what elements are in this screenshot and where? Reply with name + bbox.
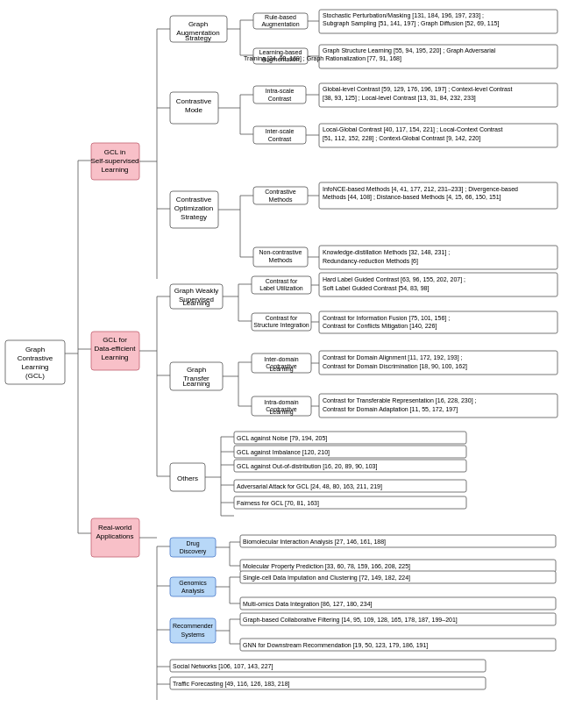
svg-text:Knowledge-distillation Methods: Knowledge-distillation Methods [32, 148,… — [323, 249, 450, 256]
svg-text:Contrast for Information Fusio: Contrast for Information Fusion [75, 101… — [323, 315, 450, 322]
svg-text:Stochastic Perturbation/Maskin: Stochastic Perturbation/Masking [131, 18… — [323, 12, 484, 19]
svg-text:Rule-based: Rule-based — [265, 14, 296, 20]
svg-text:Contrast for: Contrast for — [266, 315, 298, 321]
svg-text:Contrastive: Contrastive — [18, 354, 53, 362]
svg-text:Contrastive: Contrastive — [176, 97, 212, 105]
svg-text:Contrast for: Contrast for — [266, 278, 298, 284]
svg-text:GCL against Imbalance [120, 21: GCL against Imbalance [120, 210] — [237, 449, 330, 456]
svg-text:Learning: Learning — [101, 166, 128, 174]
svg-text:Molecular Property Prediction : Molecular Property Prediction [33, 60, 7… — [243, 563, 410, 570]
svg-text:Traffic Forecasting [49, 116, : Traffic Forecasting [49, 116, 126, 183, … — [173, 681, 290, 688]
svg-text:Subgraph Sampling [51, 141, 19: Subgraph Sampling [51, 141, 197] ; Graph… — [323, 20, 500, 27]
svg-text:Learning: Learning — [182, 299, 209, 307]
svg-text:Hard Label Guided Contrast [63: Hard Label Guided Contrast [63, 96, 155,… — [323, 276, 465, 283]
svg-text:Systems: Systems — [181, 632, 205, 639]
diagram-container: text { font-family: Arial, sans-serif; }… — [0, 0, 561, 728]
svg-text:Methods: Methods — [269, 257, 293, 263]
svg-text:Contrast: Contrast — [268, 96, 292, 102]
svg-text:Augmentation: Augmentation — [261, 21, 299, 28]
svg-text:Contrastive: Contrastive — [176, 196, 212, 203]
svg-text:Drug: Drug — [186, 540, 199, 547]
svg-text:Local-Global Contrast [40, 117: Local-Global Contrast [40, 117, 154, 221… — [323, 126, 503, 133]
svg-text:Methods: Methods — [269, 196, 293, 203]
svg-text:Graph: Graph — [187, 366, 206, 374]
svg-text:(GCL): (GCL) — [25, 372, 45, 380]
svg-text:Real-world: Real-world — [98, 524, 131, 532]
svg-text:InfoNCE-based Methods [4, 41, : InfoNCE-based Methods [4, 41, 177, 212, … — [323, 186, 518, 193]
svg-text:Graph: Graph — [188, 20, 208, 28]
svg-text:Social Networks [106, 107, 143: Social Networks [106, 107, 143, 227] — [173, 663, 273, 670]
svg-text:Inter-scale: Inter-scale — [266, 128, 295, 134]
svg-text:[51, 112, 152, 228] ; Context-: [51, 112, 152, 228] ; Context-Global Con… — [323, 135, 480, 142]
svg-text:Contrastive: Contrastive — [265, 189, 296, 195]
svg-text:Analysis: Analysis — [181, 588, 205, 595]
svg-text:Strategy: Strategy — [181, 213, 207, 221]
svg-text:Biomolecular Interaction Analy: Biomolecular Interaction Analysis [27, 1… — [243, 539, 386, 546]
svg-text:Others: Others — [177, 475, 198, 482]
svg-text:Learning: Learning — [21, 363, 48, 371]
root-label: Graph — [25, 346, 45, 353]
svg-text:GNN for Downstream Recommendat: GNN for Downstream Recommendation [19, 5… — [243, 642, 428, 649]
svg-text:Contrast for Domain Adaptation: Contrast for Domain Adaptation [11, 55, … — [323, 406, 458, 413]
svg-text:Global-level Contrast [59, 129: Global-level Contrast [59, 129, 176, 196… — [323, 86, 512, 93]
svg-text:Structure Integration: Structure Integration — [253, 322, 309, 329]
svg-text:Contrast for Transferable Repr: Contrast for Transferable Representation… — [323, 397, 477, 404]
svg-text:Training [24, 99, 169] ; Graph: Training [24, 99, 169] ; Graph Rationali… — [244, 55, 401, 62]
svg-text:Self-supervised: Self-supervised — [90, 157, 138, 165]
svg-text:Learning: Learning — [182, 380, 209, 388]
svg-text:Applications: Applications — [96, 532, 133, 540]
svg-text:Learning: Learning — [269, 409, 293, 416]
svg-text:Multi-omics Data Integration [: Multi-omics Data Integration [86, 127, 1… — [243, 601, 373, 608]
svg-text:Soft Label Guided Contrast [54: Soft Label Guided Contrast [54, 83, 98] — [323, 285, 429, 292]
svg-text:Inter-domain: Inter-domain — [264, 356, 298, 362]
svg-text:Redundancy-reduction Methods [: Redundancy-reduction Methods [6] — [323, 258, 418, 265]
svg-text:Single-cell Data Imputation an: Single-cell Data Imputation and Clusteri… — [243, 575, 410, 582]
svg-text:Data-efficient: Data-efficient — [95, 345, 137, 353]
svg-text:Methods [44, 108] ; Distance-b: Methods [44, 108] ; Distance-based Metho… — [323, 194, 501, 201]
svg-text:Graph Structure Learning [55, : Graph Structure Learning [55, 94, 195, 2… — [323, 47, 496, 54]
svg-text:Contrast for Domain Discrimina: Contrast for Domain Discrimination [18, … — [323, 363, 467, 370]
svg-text:Non-contrastive: Non-contrastive — [259, 249, 302, 255]
svg-text:Learning: Learning — [269, 366, 293, 373]
svg-text:Strategy: Strategy — [185, 34, 211, 42]
svg-text:GCL against Out-of-distributio: GCL against Out-of-distribution [16, 20,… — [237, 463, 378, 470]
svg-text:Fairness for GCL [70, 81, 163]: Fairness for GCL [70, 81, 163] — [237, 500, 319, 507]
svg-text:Graph-based Collaborative Filt: Graph-based Collaborative Filtering [14,… — [243, 617, 458, 624]
svg-text:Discovery: Discovery — [180, 548, 207, 555]
svg-text:Recommender: Recommender — [173, 623, 214, 629]
svg-text:GCL in: GCL in — [104, 148, 126, 156]
svg-text:GCL against Noise [79, 194, 20: GCL against Noise [79, 194, 205] — [237, 435, 327, 442]
svg-text:Learning: Learning — [101, 353, 128, 361]
svg-text:Intra-domain: Intra-domain — [264, 399, 298, 405]
svg-text:Contrast for Domain Alignment : Contrast for Domain Alignment [11, 172, … — [323, 354, 463, 361]
svg-text:Graph Weakly: Graph Weakly — [174, 287, 219, 295]
svg-text:Mode: Mode — [185, 106, 203, 114]
svg-text:GCL for: GCL for — [103, 336, 127, 344]
svg-text:Contrast: Contrast — [268, 136, 292, 142]
svg-text:Optimization: Optimization — [174, 204, 213, 212]
svg-text:Intra-scale: Intra-scale — [266, 88, 295, 94]
svg-text:Adversarial Attack for GCL [24: Adversarial Attack for GCL [24, 48, 80, … — [237, 483, 382, 490]
svg-text:Genomics: Genomics — [179, 580, 207, 586]
svg-text:[38, 93, 125] ; Local-level Co: [38, 93, 125] ; Local-level Contrast [13… — [323, 95, 476, 102]
svg-text:Contrast for Conflicts Mitigat: Contrast for Conflicts Mitigation [140, … — [323, 323, 437, 330]
svg-text:Label Utilization: Label Utilization — [259, 285, 303, 291]
